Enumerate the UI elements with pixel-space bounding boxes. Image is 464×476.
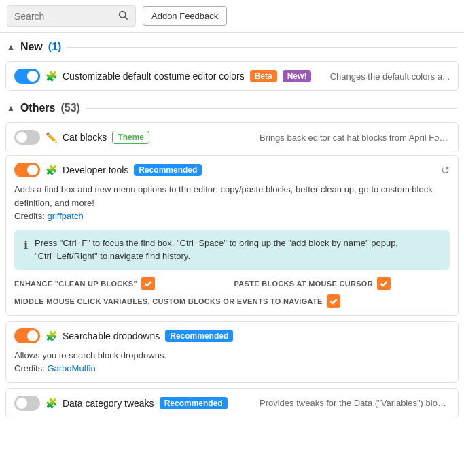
toggle-cat-blocks[interactable] <box>14 130 40 145</box>
addon-name-dev: Developer tools <box>63 165 128 175</box>
settings-row-2: MIDDLE MOUSE CLICK VARIABLES, CUSTOM BLO… <box>14 294 450 308</box>
toggle-thumb-searchable <box>27 330 38 341</box>
addon-name-costume-editor: Customizable default costume editor colo… <box>63 71 245 82</box>
addon-row-cat: ✏️ Cat blocks Theme Brings back editor c… <box>14 130 450 145</box>
checkbox-middle-mouse[interactable] <box>327 294 340 308</box>
header: Addon Feedback <box>0 0 464 33</box>
section-new: ▲ New (1) <box>0 33 464 58</box>
addon-card-data-category: 🧩 Data category tweaks Recommended Provi… <box>5 388 459 418</box>
svg-point-0 <box>120 12 126 18</box>
toggle-thumb <box>27 71 38 82</box>
chevron-others-icon[interactable]: ▲ <box>7 103 15 113</box>
section-new-title: New <box>20 41 43 53</box>
section-new-count: (1) <box>48 41 62 53</box>
addon-row-searchable: 🧩 Searchable dropdowns Recommended <box>14 328 450 343</box>
badge-recommended-dev: Recommended <box>134 164 202 176</box>
info-icon: ℹ <box>24 237 28 254</box>
info-box-dev: ℹ Press "Ctrl+F" to focus the find box, … <box>14 230 450 270</box>
toggle-data-category[interactable] <box>14 396 40 411</box>
chevron-new-icon[interactable]: ▲ <box>7 42 15 52</box>
toggle-track[interactable] <box>14 69 40 84</box>
section-others: ▲ Others (53) <box>0 94 464 120</box>
setting-label-middle-mouse: MIDDLE MOUSE CLICK VARIABLES, CUSTOM BLO… <box>14 297 323 305</box>
addon-row: 🧩 Customizable default costume editor co… <box>14 69 450 84</box>
addon-row-dev: 🧩 Developer tools Recommended ↺ <box>14 163 450 177</box>
toggle-searchable[interactable] <box>14 328 40 343</box>
toggle-track-dev[interactable] <box>14 163 40 177</box>
addon-puzzle-icon-data: 🧩 <box>46 398 57 409</box>
badge-new: New! <box>283 70 312 82</box>
toggle-thumb-dev <box>27 165 38 175</box>
addon-name-data: Data category tweaks <box>63 398 154 409</box>
addon-card-searchable: 🧩 Searchable dropdowns Recommended Allow… <box>5 321 459 383</box>
credits-link-searchable[interactable]: GarboMuffin <box>47 363 95 373</box>
search-wrapper <box>7 5 136 27</box>
addon-puzzle-icon: 🧩 <box>46 71 57 82</box>
addon-short-desc-costume: Changes the default colors a... <box>330 71 450 82</box>
addon-pencil-icon: ✏️ <box>46 132 57 143</box>
addon-card-costume-editor: 🧩 Customizable default costume editor co… <box>5 61 459 91</box>
toggle-dev-tools[interactable] <box>14 163 40 177</box>
section-new-line <box>67 47 457 48</box>
section-others-title: Others <box>20 102 56 114</box>
addon-puzzle-icon-searchable: 🧩 <box>46 330 57 341</box>
addon-name-cat: Cat blocks <box>63 132 107 143</box>
addon-short-desc-data: Provides tweaks for the Data ("Variables… <box>260 398 450 408</box>
toggle-track-data[interactable] <box>14 396 40 411</box>
checkbox-paste[interactable] <box>377 277 391 290</box>
addon-puzzle-icon-dev: 🧩 <box>46 165 57 175</box>
svg-line-1 <box>125 17 128 20</box>
badge-recommended-data: Recommended <box>160 397 228 409</box>
toggle-track-searchable[interactable] <box>14 328 40 343</box>
addon-row-data: 🧩 Data category tweaks Recommended Provi… <box>14 396 450 411</box>
toggle-costume-editor[interactable] <box>14 69 40 84</box>
addon-short-desc-cat: Brings back editor cat hat blocks from A… <box>260 133 450 143</box>
addon-desc-searchable: Allows you to search block dropdowns. Cr… <box>14 349 450 375</box>
toggle-track-cat[interactable] <box>14 130 40 145</box>
search-icon <box>118 10 128 22</box>
setting-label-paste: PASTE BLOCKS AT MOUSE CURSOR <box>234 279 373 288</box>
toggle-thumb-cat <box>16 132 27 143</box>
badge-recommended-searchable: Recommended <box>165 330 233 342</box>
toggle-thumb-data <box>16 398 27 409</box>
setting-label-cleanup: ENHANCE "CLEAN UP BLOCKS" <box>14 279 137 288</box>
addon-feedback-button[interactable]: Addon Feedback <box>143 6 227 26</box>
addon-credits-searchable: Credits: GarboMuffin <box>14 363 96 373</box>
setting-paste-blocks: PASTE BLOCKS AT MOUSE CURSOR <box>234 277 450 290</box>
addon-name-searchable: Searchable dropdowns <box>63 330 160 341</box>
settings-row-1: ENHANCE "CLEAN UP BLOCKS" PASTE BLOCKS A… <box>14 277 450 290</box>
credits-link-dev[interactable]: griffpatch <box>47 211 83 221</box>
section-others-line <box>86 108 457 109</box>
addon-credits-dev: Credits: griffpatch <box>14 211 84 221</box>
addon-card-cat-blocks: ✏️ Cat blocks Theme Brings back editor c… <box>5 122 459 152</box>
addon-desc-dev: Adds a find box and new menu options to … <box>14 183 450 223</box>
search-input[interactable] <box>14 11 113 22</box>
section-others-count: (53) <box>60 102 79 114</box>
setting-clean-up: ENHANCE "CLEAN UP BLOCKS" <box>14 277 230 290</box>
badge-theme: Theme <box>112 131 149 144</box>
addon-card-dev-tools: 🧩 Developer tools Recommended ↺ Adds a f… <box>5 155 459 316</box>
checkbox-cleanup[interactable] <box>141 277 155 290</box>
badge-beta: Beta <box>250 70 277 82</box>
reset-icon-dev[interactable]: ↺ <box>441 164 450 177</box>
